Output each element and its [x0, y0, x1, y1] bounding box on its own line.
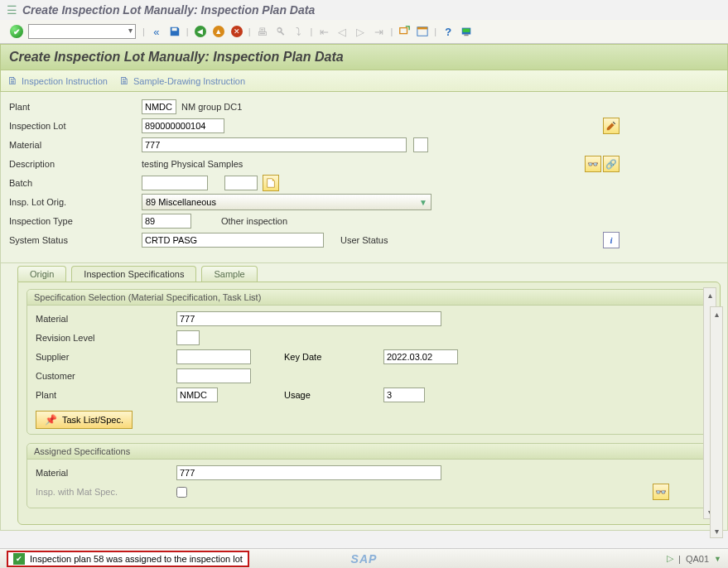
svg-rect-0	[400, 28, 407, 34]
scroll-down-icon[interactable]: ▾	[711, 524, 722, 537]
page-title: Create Inspection Lot Manually: Inspecti…	[0, 44, 728, 70]
first-page-icon: ⇤	[316, 23, 332, 40]
separator: |	[142, 26, 145, 36]
window-titlebar: ☰ Create Inspection Lot Manually: Inspec…	[0, 0, 728, 20]
tabs-host: Origin Inspection Specifications Sample …	[0, 263, 728, 531]
cancel-button[interactable]: ✕	[229, 23, 245, 40]
inspection-lot-label: Inspection Lot	[9, 121, 142, 131]
plant-label: Plant	[9, 102, 142, 112]
tcode-text: QA01	[686, 554, 709, 564]
command-field[interactable]	[28, 24, 136, 39]
as-insp-mat-checkbox[interactable]	[176, 487, 187, 498]
find-icon	[272, 23, 289, 40]
system-status-label: System Status	[9, 235, 142, 245]
document-icon: 🗎	[119, 75, 130, 87]
separator: |	[311, 26, 313, 36]
page-title-text: Create Inspection Lot Manually: Inspecti…	[9, 50, 344, 64]
material-field[interactable]	[142, 137, 407, 152]
sub-toolbar: 🗎 Inspection Instruction 🗎 Sample-Drawin…	[0, 70, 728, 92]
task-list-spec-label: Task List/Spec.	[62, 415, 123, 425]
batch-label: Batch	[9, 178, 142, 188]
save-icon[interactable]	[166, 23, 183, 40]
inspection-type-desc: Other inspection	[216, 216, 287, 226]
material-aux-field[interactable]	[413, 137, 428, 152]
ss-supplier-field[interactable]	[176, 349, 251, 364]
sample-drawing-instruction-label: Sample-Drawing Instruction	[133, 76, 245, 86]
separator: |	[186, 26, 189, 36]
info-button[interactable]: i	[603, 232, 620, 248]
exit-button[interactable]: ▲	[210, 23, 227, 40]
success-icon: ✔	[13, 553, 25, 565]
ss-usage-field[interactable]	[383, 387, 425, 402]
task-list-spec-button[interactable]: 📌 Task List/Spec.	[36, 411, 133, 429]
sample-drawing-instruction-link[interactable]: 🗎 Sample-Drawing Instruction	[119, 75, 245, 87]
link-button[interactable]: 🔗	[603, 156, 620, 172]
inspection-instruction-label: Inspection Instruction	[22, 76, 108, 86]
plant-field[interactable]	[142, 99, 176, 114]
spec-selection-group: Specification Selection (Material Specif…	[27, 289, 711, 435]
back-button[interactable]: ◀	[192, 23, 209, 40]
tab-sample[interactable]: Sample	[201, 266, 257, 282]
tab-inspection-specifications[interactable]: Inspection Specifications	[71, 266, 196, 282]
assigned-spec-title: Assigned Specifications	[27, 444, 711, 460]
material-label: Material	[9, 140, 142, 150]
batch-field-2[interactable]	[224, 176, 258, 190]
new-session-icon[interactable]	[396, 23, 412, 40]
separator: |	[248, 26, 251, 36]
as-glasses-button[interactable]: 👓	[653, 484, 669, 500]
inspection-type-label: Inspection Type	[9, 216, 142, 226]
status-message-box[interactable]: ✔ Inspection plan 58 was assigned to the…	[7, 551, 249, 567]
inspection-type-field[interactable]	[142, 214, 191, 229]
chevron-down-icon: ▼	[419, 198, 427, 207]
tab-label: Sample	[214, 269, 244, 279]
tab-label: Inspection Specifications	[84, 269, 184, 279]
document-icon: 🗎	[7, 75, 18, 87]
ss-plant-label: Plant	[36, 390, 176, 400]
header-form: Plant NM group DC1 Inspection Lot Materi…	[0, 92, 728, 263]
insp-lot-orig-dropdown[interactable]: 89 Miscellaneous ▼	[142, 194, 431, 210]
description-value: testing Physical Samples	[142, 159, 243, 169]
ss-keydate-field[interactable]	[383, 349, 458, 364]
layout-icon[interactable]	[414, 23, 431, 40]
tab-origin[interactable]: Origin	[17, 266, 66, 282]
as-material-field[interactable]	[176, 465, 441, 480]
page-scrollbar[interactable]: ▴ ▾	[710, 306, 723, 538]
tabstrip: Origin Inspection Specifications Sample	[17, 263, 721, 282]
description-label: Description	[9, 159, 142, 169]
spec-selection-title: Specification Selection (Material Specif…	[27, 290, 711, 306]
svg-rect-2	[417, 27, 427, 30]
statusbar-right: ▷ | QA01 ▼	[667, 553, 721, 564]
ss-material-label: Material	[36, 314, 176, 324]
insp-lot-orig-label: Insp. Lot Orig.	[9, 197, 142, 207]
ss-material-field[interactable]	[176, 311, 441, 326]
pin-icon: 📌	[45, 414, 57, 426]
tab-label: Origin	[30, 269, 54, 279]
enter-button[interactable]: ✔	[10, 25, 23, 38]
scroll-up-icon[interactable]: ▴	[711, 307, 722, 320]
system-status-field[interactable]	[142, 233, 324, 248]
main-toolbar: ✔ | « | ◀ ▲ ✕ | 🖶 ⤵ | ⇤ ◁ ▷ ⇥ | | ?	[0, 20, 728, 44]
ss-customer-field[interactable]	[176, 368, 251, 383]
find-next-icon: ⤵	[291, 23, 307, 40]
statusbar: ✔ Inspection plan 58 was assigned to the…	[0, 548, 728, 568]
ss-customer-label: Customer	[36, 371, 176, 381]
glasses-button[interactable]: 👓	[585, 156, 601, 172]
separator: |	[434, 26, 436, 36]
edit-lot-button[interactable]	[603, 118, 620, 134]
batch-field-1[interactable]	[142, 176, 208, 190]
back-icon[interactable]: «	[148, 23, 165, 40]
tcode-dropdown-icon[interactable]: ▼	[714, 555, 721, 563]
batch-create-button[interactable]	[263, 175, 279, 191]
inspection-lot-field[interactable]	[142, 118, 224, 133]
nav-forward-icon[interactable]: ▷	[667, 553, 673, 564]
scroll-up-icon[interactable]: ▴	[704, 288, 716, 301]
ss-plant-field[interactable]	[176, 387, 218, 402]
ss-supplier-label: Supplier	[36, 352, 176, 362]
ss-revision-field[interactable]	[176, 330, 200, 345]
ss-keydate-label: Key Date	[284, 352, 383, 362]
help-icon[interactable]: ?	[440, 23, 456, 40]
customize-icon[interactable]	[458, 23, 475, 40]
prev-page-icon: ◁	[334, 23, 350, 40]
window-menu-icon[interactable]: ☰	[7, 3, 17, 17]
inspection-instruction-link[interactable]: 🗎 Inspection Instruction	[7, 75, 108, 87]
